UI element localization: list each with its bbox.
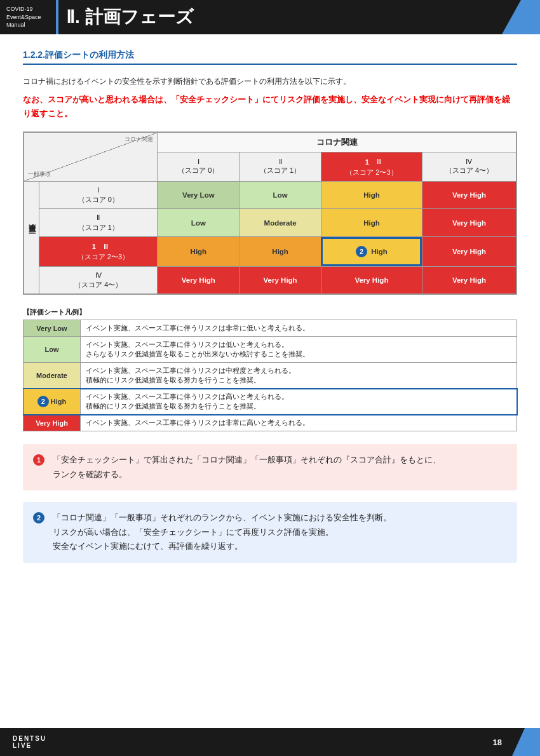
main-content: 1.2.2.評価シートの利用方法 コロナ禍におけるイベントの安全性を示す判断指針… xyxy=(0,34,540,590)
legend-badge-2: 2 xyxy=(37,396,49,407)
legend-desc-very-low: イベント実施、スペース工事に伴うリスクは非常に低いと考えられる。 xyxy=(81,320,517,337)
general-side-label: 一般事項 xyxy=(24,181,39,294)
legend-desc-very-high: イベント実施、スペース工事に伴うリスクは非常に高いと考えられる。 xyxy=(81,415,517,431)
cell-r1c1: Very Low xyxy=(158,181,240,209)
page-header: COVID-19 Event&Space Manual Ⅱ. 計画フェーズ xyxy=(0,0,540,34)
cell-r3c3-outlined: 2 High xyxy=(321,237,422,266)
legend-label-low: Low xyxy=(24,337,81,363)
legend-desc-high: イベント実施、スペース工事に伴うリスクは高いと考えられる。積極的にリスク低減措置… xyxy=(81,389,517,415)
badge-1-row: 1 xyxy=(88,241,100,252)
row-iii-header: 1 Ⅲ （スコア 2〜3） xyxy=(39,237,158,266)
row-i-header: Ⅰ （スコア 0） xyxy=(39,181,158,209)
legend-table: Very Low イベント実施、スペース工事に伴うリスクは非常に低いと考えられる… xyxy=(23,320,517,431)
col-iii-header: 1 Ⅲ （スコア 2〜3） xyxy=(321,152,422,181)
legend-row-very-low: Very Low イベント実施、スペース工事に伴うリスクは非常に低いと考えられる… xyxy=(24,320,517,337)
col-ii-header: Ⅱ （スコア 1） xyxy=(240,152,321,181)
cell-r1c3: High xyxy=(321,181,422,209)
risk-matrix-table: コロナ関連 一般事項 コロナ関連 Ⅰ （スコア 0） Ⅱ （スコア 1） xyxy=(23,132,517,295)
cell-r2c1: Low xyxy=(158,209,240,237)
section-title: 1.2.2.評価シートの利用方法 xyxy=(23,50,517,65)
col-i-header: Ⅰ （スコア 0） xyxy=(158,152,240,181)
badge-2-cell: 2 xyxy=(356,246,367,257)
header-logo: COVID-19 Event&Space Manual xyxy=(0,0,51,34)
badge-blue-2: 2 xyxy=(33,512,44,523)
legend-label-high: 2High xyxy=(24,389,81,415)
info-box-1-text: 「安全チェックシート」で算出された「コロナ関連」「一般事項」それぞれの『スコア合… xyxy=(53,453,441,482)
info-box-1: 1 「安全チェックシート」で算出された「コロナ関連」「一般事項」それぞれの『スコ… xyxy=(23,444,517,490)
badge-red-1: 1 xyxy=(33,454,44,466)
info-box-2: 2 「コロナ関連」「一般事項」それぞれのランクから、イベント実施における安全性を… xyxy=(23,502,517,563)
cell-r3c1: High xyxy=(158,237,240,266)
legend-desc-moderate: イベント実施、スペース工事に伴うリスクは中程度と考えられる。積極的にリスク低減措… xyxy=(81,363,517,389)
intro-text-red: なお、スコアが高いと思われる場合は、「安全チェックシート」にてリスク評価を実施し… xyxy=(23,93,517,121)
cell-r2c4: Very High xyxy=(422,209,516,237)
footer-logo: DENTSU LIVE xyxy=(13,735,46,749)
info-box-2-badge: 2 xyxy=(33,512,46,523)
page-title: Ⅱ. 計画フェーズ xyxy=(64,0,194,34)
header-accent xyxy=(502,0,540,34)
legend-title: 【評価シート凡例】 xyxy=(23,307,517,317)
row-iv-header: Ⅳ （スコア 4〜） xyxy=(39,266,158,294)
info-box-2-text: 「コロナ関連」「一般事項」それぞれのランクから、イベント実施における安全性を判断… xyxy=(53,511,391,554)
row-ii-header: Ⅱ （スコア 1） xyxy=(39,209,158,237)
cell-r4c1: Very High xyxy=(158,266,240,294)
diag-corona-label: コロナ関連 xyxy=(125,135,153,144)
legend-row-moderate: Moderate イベント実施、スペース工事に伴うリスクは中程度と考えられる。積… xyxy=(24,363,517,389)
col-iv-header: Ⅳ （スコア 4〜） xyxy=(422,152,516,181)
legend-row-low: Low イベント実施、スペース工事に伴うリスクは低いと考えられる。さらなるリスク… xyxy=(24,337,517,363)
page-footer: DENTSU LIVE 18 xyxy=(0,728,540,756)
cell-r3c4: Very High xyxy=(422,237,516,266)
legend-label-moderate: Moderate xyxy=(24,363,81,389)
info-box-1-badge: 1 xyxy=(33,454,46,466)
cell-r1c4: Very High xyxy=(422,181,516,209)
cell-r1c2: Low xyxy=(240,181,321,209)
cell-r2c3: High xyxy=(321,209,422,237)
corona-header: コロナ関連 xyxy=(158,132,516,152)
footer-page-number: 18 xyxy=(493,738,502,747)
header-divider xyxy=(56,0,58,34)
diag-general-label: 一般事項 xyxy=(28,170,51,179)
cell-r3c2: High xyxy=(240,237,321,266)
cell-r2c2: Moderate xyxy=(240,209,321,237)
badge-1-col: 1 xyxy=(361,156,373,168)
legend-label-very-low: Very Low xyxy=(24,320,81,337)
legend-row-very-high: Very High イベント実施、スペース工事に伴うリスクは非常に高いと考えられ… xyxy=(24,415,517,431)
cell-r4c2: Very High xyxy=(240,266,321,294)
footer-accent xyxy=(512,728,540,756)
intro-text-1: コロナ禍におけるイベントの安全性を示す判断指針である評価シートの利用方法を以下に… xyxy=(23,75,517,88)
cell-r4c4: Very High xyxy=(422,266,516,294)
cell-r4c3: Very High xyxy=(321,266,422,294)
legend-row-high: 2High イベント実施、スペース工事に伴うリスクは高いと考えられる。積極的にリ… xyxy=(24,389,517,415)
legend-label-very-high: Very High xyxy=(24,415,81,431)
legend-desc-low: イベント実施、スペース工事に伴うリスクは低いと考えられる。さらなるリスク低減措置… xyxy=(81,337,517,363)
